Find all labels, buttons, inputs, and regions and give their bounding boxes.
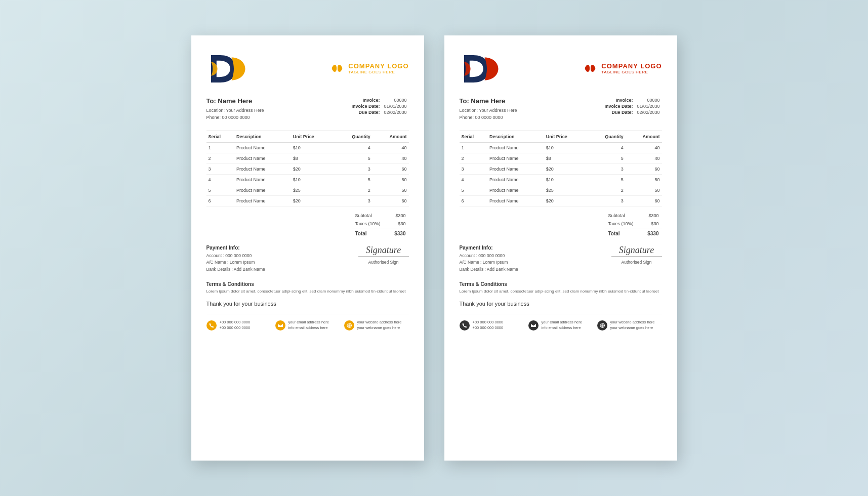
bill-to: To: Name Here Location: Your Address Her… (206, 97, 264, 121)
bill-to-red: To: Name Here Location: Your Address Her… (460, 97, 517, 121)
footer-phone-red: +00 000 000 0000 +00 000 000 0000 (460, 319, 524, 331)
table-row: 1 Product Name $10 4 40 (206, 142, 409, 153)
payment-info: Payment Info: Account : 000 000 0000 A/C… (206, 245, 265, 273)
table-row: 2 Product Name $8 5 40 (460, 153, 662, 163)
terms-section-red: Terms & Conditions Lorem ipsum dolor sit… (460, 281, 662, 295)
company-name-red: COMPANY LOGO TAGLINE GOES HERE (601, 62, 662, 74)
table-row: 3 Product Name $20 3 60 (206, 163, 409, 174)
table-row: 2 Product Name $8 5 40 (206, 153, 409, 163)
invoice-details: Invoice: 00000 Invoice Date: 01/01/2030 … (349, 97, 408, 121)
invoice-info-red: To: Name Here Location: Your Address Her… (460, 97, 662, 121)
totals-section: Subtotal $300 Taxes (10%) $30 Total $330 (206, 212, 409, 238)
footer-email-text-red: your email address here info email addre… (542, 319, 582, 331)
footer-phone-text: +00 000 000 0000 +00 000 000 0000 (220, 319, 251, 331)
phone-icon (206, 320, 217, 330)
invoice-details-red: Invoice: 00000 Invoice Date: 01/01/2030 … (602, 97, 662, 121)
invoice-header-red: COMPANY LOGO TAGLINE GOES HERE (460, 51, 662, 86)
invoice-header: COMPANY LOGO TAGLINE GOES HERE (206, 51, 409, 86)
email-icon-red (528, 320, 539, 330)
company-name: COMPANY LOGO TAGLINE GOES HERE (348, 62, 408, 74)
footer-web-red: your website address here your webname g… (597, 319, 662, 331)
thank-you-red: Thank you for your business (460, 301, 662, 307)
footer-web-text-red: your website address here your webname g… (610, 319, 655, 331)
totals-section-red: Subtotal $300 Taxes (10%) $30 Total $330 (460, 212, 662, 238)
invoice-footer-red: +00 000 000 0000 +00 000 000 0000 your e… (460, 314, 662, 331)
company-logo-left (206, 51, 252, 86)
thank-you: Thank you for your business (206, 301, 409, 307)
table-row: 6 Product Name $20 3 60 (460, 195, 662, 206)
company-logo-right: COMPANY LOGO TAGLINE GOES HERE (330, 61, 408, 75)
invoice-footer: +00 000 000 0000 +00 000 000 0000 your e… (206, 314, 409, 331)
footer-email: your email address here info email addre… (275, 319, 340, 331)
footer-email-text: your email address here info email addre… (288, 319, 329, 331)
items-table: Serial Description Unit Price Quantity A… (206, 131, 409, 206)
email-icon (275, 320, 285, 330)
phone-icon-red (460, 320, 470, 330)
bottom-section-red: Payment Info: Account : 000 000 0000 A/C… (460, 245, 662, 273)
signature-area: Signature Authorised Sign (358, 245, 409, 265)
table-row: 4 Product Name $10 5 50 (460, 174, 662, 185)
invoice-red: COMPANY LOGO TAGLINE GOES HERE To: Name … (444, 35, 677, 461)
table-row: 4 Product Name $10 5 50 (206, 174, 409, 185)
footer-web-text: your website address here your webname g… (357, 319, 402, 331)
items-table-red: Serial Description Unit Price Quantity A… (460, 131, 662, 206)
footer-phone-text-red: +00 000 000 0000 +00 000 000 0000 (473, 319, 504, 331)
footer-email-red: your email address here info email addre… (528, 319, 593, 331)
signature-area-red: Signature Authorised Sign (611, 245, 662, 265)
table-row: 3 Product Name $20 3 60 (460, 163, 662, 174)
invoice-yellow: COMPANY LOGO TAGLINE GOES HERE To: Name … (191, 35, 424, 461)
web-icon (344, 320, 354, 330)
bottom-section: Payment Info: Account : 000 000 0000 A/C… (206, 245, 409, 273)
company-logo-right-red: COMPANY LOGO TAGLINE GOES HERE (583, 61, 662, 75)
invoice-info: To: Name Here Location: Your Address Her… (206, 97, 409, 121)
company-logo-left-red (460, 51, 505, 86)
terms-section: Terms & Conditions Lorem ipsum dolor sit… (206, 281, 409, 295)
table-row: 5 Product Name $25 2 50 (460, 185, 662, 195)
web-icon-red (597, 320, 607, 330)
footer-web: your website address here your webname g… (344, 319, 409, 331)
payment-info-red: Payment Info: Account : 000 000 0000 A/C… (460, 245, 518, 273)
table-row: 6 Product Name $20 3 60 (206, 195, 409, 206)
table-row: 5 Product Name $25 2 50 (206, 185, 409, 195)
table-row: 1 Product Name $10 4 40 (460, 142, 662, 153)
footer-phone: +00 000 000 0000 +00 000 000 0000 (206, 319, 271, 331)
